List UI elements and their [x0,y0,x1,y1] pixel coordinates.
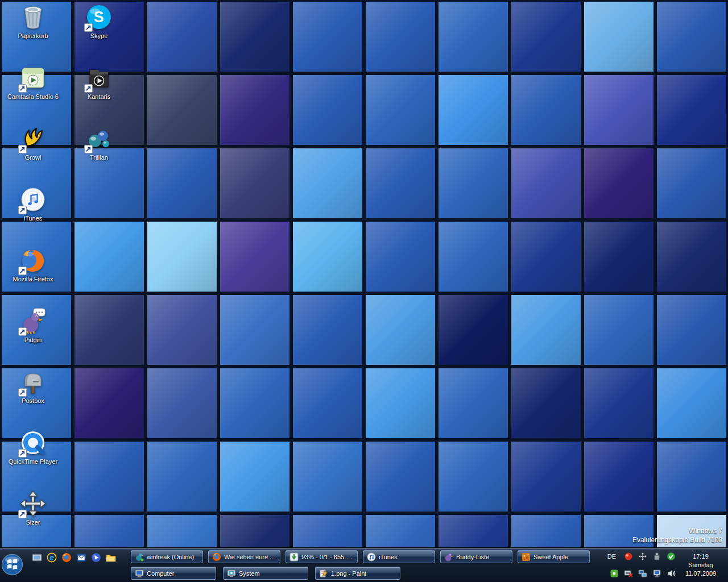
taskbar-button-winfreak-online[interactable]: winfreak (Online) [131,550,203,563]
postbox-icon [19,368,47,396]
desktop-icon-itunes[interactable]: iTunes [5,186,61,222]
update-green-tray-icon[interactable] [667,552,676,561]
tray-row2 [605,567,676,580]
desktop-icon-label: Kantaris [71,93,127,101]
quicktime-icon [19,429,47,456]
taskbar-button-buddy-liste[interactable]: Buddy-Liste [440,550,512,563]
volume-tray-icon[interactable] [667,569,676,578]
shortcut-arrow-badge [18,84,27,93]
desktop-icon-label: QuickTime Player [5,458,61,465]
taskbar-button-label: Computer [147,570,174,577]
skype-icon: S [85,3,113,31]
desktop-icon-quicktime-player[interactable]: QuickTime Player [5,429,61,465]
desktop-icon-pidgin[interactable]: Pidgin [5,307,61,344]
shortcut-arrow-badge [18,388,27,397]
svg-text:S: S [94,9,104,26]
desktop-icon-label: Pidgin [5,336,61,344]
desktop-icon-skype[interactable]: SSkype [71,3,127,40]
clock-date: 11.07.2009 [685,569,716,578]
desktop-icon-trillian[interactable]: Trillian [71,125,127,161]
desktop-icon-sizer[interactable]: Sizer [5,490,61,526]
taskbar-button-sweet-apple[interactable]: Sweet Apple [518,550,590,563]
taskbar: e winfreak (Online)Wie sehen eure ...93%… [0,547,728,582]
winver-line1: Windows 7 [632,526,722,535]
growl-icon [19,125,47,152]
performance-tray-icon[interactable] [638,569,647,578]
pidgin-small-icon [444,552,453,562]
firefox-small-icon [212,552,221,562]
taskbar-button-93-0-1-655-3[interactable]: 93% - 0/1 - 655.3... [286,550,358,563]
show-desktop-quicklaunch-icon[interactable] [32,552,42,563]
desktop-icon-label: Sizer [5,519,61,526]
desktop-icon-mozilla-firefox[interactable]: Mozilla Firefox [5,247,61,283]
taskbar-buttons-row2: ComputerSystem1.png - Paint [131,567,400,580]
taskbar-button-1-png-paint[interactable]: 1.png - Paint [315,567,400,580]
usb-device-tray-icon[interactable] [652,552,661,561]
windows-explorer-quicklaunch-icon[interactable] [106,552,116,563]
taskbar-button-wie-sehen-eure[interactable]: Wie sehen eure ... [208,550,280,563]
winver-line2: Evaluierungskopie Build 7100 [632,535,722,544]
shortcut-arrow-badge [84,23,93,32]
desktop-icon-label: Mozilla Firefox [5,276,61,283]
taskbar-button-label: 1.png - Paint [331,570,366,577]
media-player-quicklaunch-icon[interactable] [91,552,101,563]
sizer-tray-tray-icon[interactable] [638,552,647,561]
taskbar-button-itunes[interactable]: iTunes [363,550,435,563]
taskbar-button-label: iTunes [379,554,398,560]
svg-text:e: e [49,553,54,562]
desktop-icon-kantaris[interactable]: Kantaris [71,64,127,101]
taskbar-button-label: winfreak (Online) [147,554,194,560]
red-app-tray-icon[interactable] [624,552,633,561]
internet-explorer-quicklaunch-icon[interactable]: e [47,552,57,563]
pidgin-icon [19,307,47,335]
camtasia-icon [19,64,47,92]
kantaris-icon [85,64,113,92]
trillian-icon [85,125,113,152]
download-icon [289,552,299,562]
taskbar-button-label: Sweet Apple [533,554,568,560]
growl-tray-tray-icon[interactable] [610,569,619,578]
desktop-icon-label: Camtasia Studio 6 [5,93,61,101]
language-indicator[interactable]: DE [605,552,619,560]
shortcut-arrow-badge [84,145,93,153]
system-tray: DE 17:19 Samstag 11.07.2009 [605,548,728,582]
recycle-bin-icon [19,3,47,31]
start-button[interactable] [1,554,23,576]
computer-icon [135,569,144,578]
windows-logo-icon [1,568,23,577]
mail-quicklaunch-icon[interactable] [76,552,86,563]
desktop-icon-label: Trillian [71,154,127,161]
shortcut-arrow-badge [18,449,27,458]
clock-time: 17:19 [693,552,709,561]
network-tray-icon[interactable] [652,569,661,578]
taskbar-button-label: System [239,570,260,577]
desktop-icon-camtasia-studio-6[interactable]: Camtasia Studio 6 [5,64,61,101]
taskbar-button-label: Buddy-Liste [456,554,489,560]
desktop-icon-papierkorb[interactable]: Papierkorb [5,3,61,40]
desktop-icon-growl[interactable]: Growl [5,125,61,161]
taskbar-button-label: Wie sehen eure ... [224,554,275,560]
no-signal-tray-icon[interactable] [624,569,633,578]
firefox-quicklaunch-icon[interactable] [61,552,72,563]
shortcut-arrow-badge [18,510,27,518]
desktop-icons: PapierkorbSSkypeCamtasia Studio 6Kantari… [0,0,728,582]
tray-row1: DE [605,550,676,563]
desktop-icon-postbox[interactable]: Postbox [5,368,61,405]
itunes-small-icon [367,552,376,562]
paint-icon [319,569,328,578]
windows-version-watermark: Windows 7 Evaluierungskopie Build 7100 [632,526,722,544]
desktop-icon-label: Postbox [5,397,61,405]
sizer-icon [19,490,47,517]
taskbar-button-computer[interactable]: Computer [131,567,216,580]
desktop-icon-label: iTunes [5,215,61,222]
taskbar-button-system[interactable]: System [223,567,308,580]
trillian-contact-icon [135,552,144,562]
clock[interactable]: 17:19 Samstag 11.07.2009 [676,548,726,582]
system-icon [227,569,236,578]
itunes-icon [19,186,47,213]
shortcut-arrow-badge [18,206,27,214]
desktop-icon-label: Papierkorb [5,32,61,40]
shortcut-arrow-badge [18,267,27,275]
taskbar-buttons-row1: winfreak (Online)Wie sehen eure ...93% -… [131,550,590,563]
desktop-icon-label: Growl [5,154,61,161]
